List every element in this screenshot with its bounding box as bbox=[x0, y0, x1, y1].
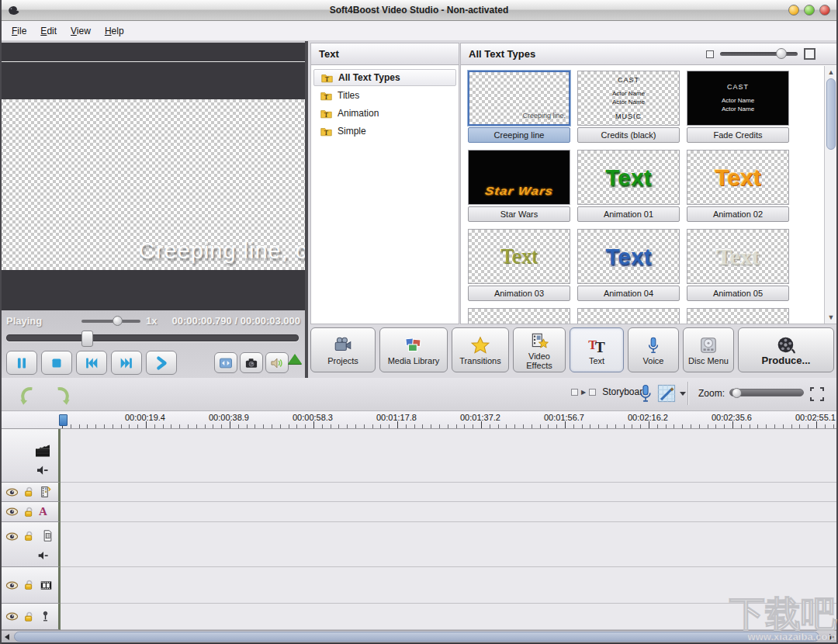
maximize-button[interactable] bbox=[804, 5, 815, 16]
play-forward-button[interactable] bbox=[146, 351, 177, 375]
templates-scrollbar-thumb[interactable] bbox=[826, 78, 836, 150]
templates-grid: Creeping line, Creeping line CAST Actor … bbox=[461, 66, 824, 324]
category-all-text-types[interactable]: All Text Types bbox=[313, 69, 456, 86]
draw-tool-button[interactable] bbox=[656, 383, 686, 404]
close-button[interactable] bbox=[819, 5, 830, 16]
preview-overlay-text: Creeping line, cr bbox=[139, 238, 305, 264]
eye-icon[interactable] bbox=[5, 505, 19, 518]
speed-slider[interactable] bbox=[81, 320, 140, 323]
lock-icon[interactable] bbox=[23, 579, 35, 591]
next-button[interactable] bbox=[111, 351, 142, 375]
thumbnail-small-icon[interactable] bbox=[706, 50, 714, 58]
storyboard-arrow-icon: ▶ bbox=[581, 389, 586, 396]
track-lane-audio[interactable] bbox=[61, 604, 838, 630]
pause-button[interactable] bbox=[6, 351, 37, 375]
track-header-main-video[interactable] bbox=[0, 429, 61, 483]
dropdown-caret-icon[interactable] bbox=[680, 392, 686, 396]
eye-icon[interactable] bbox=[5, 530, 19, 543]
template-animation-02[interactable]: Text Animation 02 bbox=[687, 150, 789, 222]
overlay-clip-icon bbox=[40, 528, 55, 543]
track-header-text[interactable]: A bbox=[0, 502, 61, 522]
tab-produce[interactable]: Produce... bbox=[738, 327, 834, 372]
tab-video-effects[interactable]: Video Effects bbox=[513, 327, 566, 372]
hscroll-thumb[interactable] bbox=[14, 632, 819, 642]
scroll-down-icon[interactable]: ▼ bbox=[826, 313, 836, 322]
template-partial-2[interactable] bbox=[577, 308, 680, 324]
template-animation-03[interactable]: Text Animation 03 bbox=[468, 229, 570, 301]
record-voice-button[interactable] bbox=[635, 383, 656, 404]
timeline-hscrollbar[interactable] bbox=[0, 630, 838, 642]
tab-media-library[interactable]: Media Library bbox=[379, 327, 448, 372]
template-animation-05[interactable]: Text Animation 05 bbox=[687, 229, 789, 301]
thumbnail-size-thumb[interactable] bbox=[776, 48, 787, 59]
track-header-video-effects[interactable] bbox=[0, 483, 61, 502]
tab-transitions[interactable]: Transitions bbox=[452, 327, 509, 372]
fullscreen-button[interactable] bbox=[214, 352, 237, 373]
thumbnail-size-slider[interactable] bbox=[720, 52, 798, 56]
lock-icon[interactable] bbox=[23, 611, 35, 623]
tab-projects[interactable]: Projects bbox=[310, 327, 376, 372]
volume-button[interactable] bbox=[265, 352, 289, 373]
template-animation-01[interactable]: Text Animation 01 bbox=[577, 150, 680, 222]
speaker-mute-icon[interactable] bbox=[36, 549, 49, 562]
eye-icon[interactable] bbox=[5, 486, 19, 499]
timeline-ruler[interactable]: 00:00:19.4 00:00:38.9 00:00:58.3 00:01:1… bbox=[0, 411, 838, 429]
time-current: 00:00:00.790 bbox=[171, 315, 231, 327]
speed-slider-thumb[interactable] bbox=[113, 316, 123, 326]
tab-disc-menu[interactable]: Disc Menu bbox=[683, 327, 734, 372]
track-header-overlay[interactable] bbox=[0, 522, 61, 567]
eye-icon[interactable] bbox=[5, 610, 19, 623]
timeline-zoom-thumb[interactable] bbox=[732, 388, 742, 398]
scroll-up-icon[interactable]: ▲ bbox=[826, 68, 836, 77]
audio-mic-icon bbox=[39, 610, 52, 623]
previous-button[interactable] bbox=[76, 351, 107, 375]
template-credits-black[interactable]: CAST Actor Name Actor Name MUSIC Credits… bbox=[577, 71, 680, 143]
volume-popup-arrow-icon[interactable] bbox=[288, 354, 302, 364]
minimize-button[interactable] bbox=[788, 5, 799, 16]
category-animation[interactable]: Animation bbox=[313, 105, 456, 122]
template-animation-04[interactable]: Text Animation 04 bbox=[577, 229, 680, 301]
folder-text-icon bbox=[320, 107, 333, 120]
category-titles[interactable]: Titles bbox=[313, 87, 456, 104]
track-header-video-overlay[interactable] bbox=[0, 567, 61, 604]
templates-scrollbar[interactable]: ▲ ▼ bbox=[824, 66, 837, 324]
speaker-mute-icon[interactable] bbox=[35, 463, 49, 477]
redo-icon[interactable] bbox=[50, 383, 73, 406]
tab-voice[interactable]: Voice bbox=[628, 327, 679, 372]
menu-file[interactable]: File bbox=[5, 23, 33, 40]
track-lane-main-video[interactable] bbox=[61, 429, 838, 483]
track-lane-video-overlay[interactable] bbox=[61, 567, 838, 604]
thumbnail-large-icon[interactable] bbox=[804, 48, 815, 60]
speed-value: 1x bbox=[146, 315, 157, 327]
template-partial-3[interactable] bbox=[687, 308, 789, 324]
template-partial-1[interactable] bbox=[468, 308, 570, 324]
undo-icon[interactable] bbox=[17, 383, 40, 406]
track-header-audio[interactable] bbox=[0, 604, 61, 630]
track-lane-text[interactable] bbox=[61, 502, 838, 522]
seek-bar[interactable] bbox=[6, 334, 299, 341]
template-fade-credits[interactable]: CAST Actor Name Actor Name Fade Credits bbox=[687, 71, 789, 143]
time-total: 00:00:03.000 bbox=[241, 315, 300, 327]
stop-button[interactable] bbox=[41, 351, 72, 375]
lock-icon[interactable] bbox=[23, 486, 35, 498]
template-star-wars[interactable]: Star Wars Star Wars bbox=[468, 150, 570, 222]
fit-timeline-icon[interactable] bbox=[808, 385, 826, 403]
timeline-zoom-slider[interactable] bbox=[729, 389, 804, 396]
snapshot-button[interactable] bbox=[240, 352, 263, 373]
folder-text-icon bbox=[320, 71, 334, 85]
playhead-marker[interactable] bbox=[59, 414, 68, 426]
track-lane-overlay[interactable] bbox=[61, 522, 838, 567]
hscroll-left-arrow[interactable] bbox=[2, 632, 12, 642]
track-lane-video-effects[interactable] bbox=[61, 483, 838, 502]
tab-text[interactable]: Text bbox=[570, 327, 624, 372]
template-creeping-line[interactable]: Creeping line, Creeping line bbox=[468, 71, 570, 143]
menu-help[interactable]: Help bbox=[98, 23, 131, 40]
lock-icon[interactable] bbox=[23, 530, 35, 542]
menu-edit[interactable]: Edit bbox=[33, 23, 64, 40]
seek-thumb[interactable] bbox=[81, 331, 93, 347]
category-simple[interactable]: Simple bbox=[313, 123, 456, 140]
menu-view[interactable]: View bbox=[64, 23, 98, 40]
hscroll-right-arrow[interactable] bbox=[827, 632, 836, 642]
lock-icon[interactable] bbox=[23, 506, 35, 518]
eye-icon[interactable] bbox=[5, 579, 19, 592]
